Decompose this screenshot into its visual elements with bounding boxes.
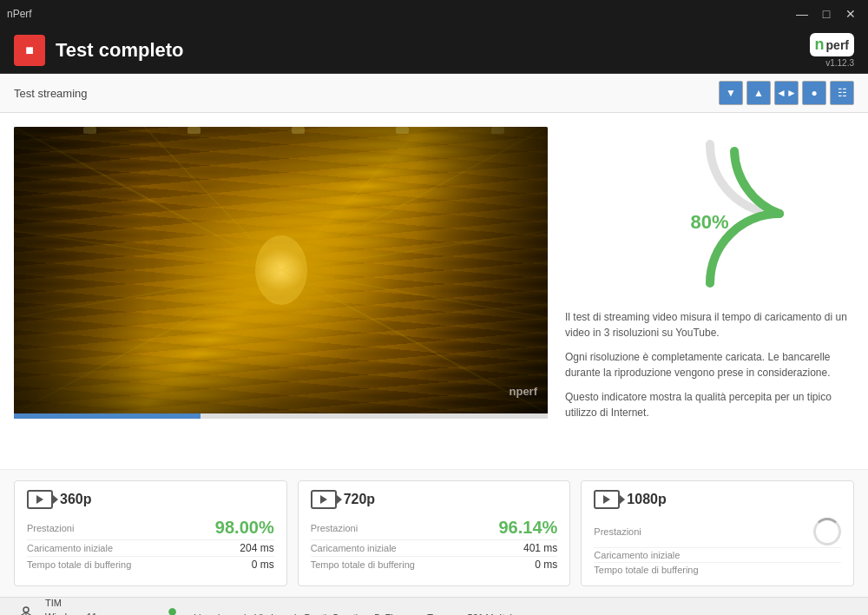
logo-box: n perf (810, 33, 854, 56)
video-icon-1080p (594, 490, 620, 509)
resolution-720p: 720p (344, 492, 375, 507)
perf-label-720p: Prestazioni (311, 523, 358, 533)
footer-os-version: Windows 11 (45, 611, 123, 615)
perf-label-360p: Prestazioni (27, 523, 74, 533)
app-title: nPerf (7, 8, 32, 20)
load-label-360p: Caricamento iniziale (27, 543, 113, 553)
buffer-label-1080p: Tempo totale di buffering (594, 565, 698, 575)
stat-card-720p: 720p Prestazioni 96.14% Caricamento iniz… (298, 480, 571, 586)
perf-value-360p: 98.00% (215, 518, 274, 538)
footer-network-info: TIM Windows 11 winnt / 10.0.22631 (45, 597, 123, 615)
header: ■ Test completo n perf v1.12.3 (0, 28, 868, 74)
load-row-1080p: Caricamento iniziale (594, 548, 841, 563)
video-placeholder: nperf (14, 127, 548, 413)
stat-card-360p: 360p Prestazioni 98.00% Caricamento iniz… (14, 480, 287, 586)
arrow-down-button[interactable]: ▼ (719, 81, 743, 105)
stat-card-1080p: 1080p Prestazioni Caricamento iniziale T… (581, 480, 854, 586)
nperf-logo: n perf v1.12.3 (810, 33, 854, 68)
stop-icon: ■ (25, 43, 34, 58)
resolution-360p: 360p (60, 492, 91, 507)
video-icon-360p (27, 490, 53, 509)
toolbar-icons: ▼ ▲ ◄► ● ☷ (719, 81, 854, 105)
title-bar-left: nPerf (7, 8, 32, 20)
load-value-360p: 204 ms (240, 542, 273, 554)
network-icon (14, 606, 38, 615)
buffer-value-360p: 0 ms (252, 559, 274, 571)
footer-network: TIM Windows 11 winnt / 10.0.22631 (14, 597, 123, 615)
close-button[interactable]: ✕ (840, 3, 861, 24)
right-panel: 80% Il test di streaming video misura il… (565, 127, 854, 455)
header-left: ■ Test completo (14, 35, 184, 66)
title-bar-controls: — □ ✕ (792, 3, 861, 24)
arrows-horizontal-button[interactable]: ◄► (774, 81, 799, 105)
gauge-container: 80% (632, 136, 788, 301)
load-row-720p: Caricamento iniziale 401 ms (311, 540, 558, 557)
card-header-360p: 360p (27, 490, 274, 509)
video-icon-720p (311, 490, 337, 509)
buffer-row-360p: Tempo totale di buffering 0 ms (27, 557, 274, 572)
buffer-row-1080p: Tempo totale di buffering (594, 563, 841, 577)
info-paragraph-3: Questo indicatore mostra la qualità perc… (565, 389, 854, 420)
load-value-720p: 401 ms (523, 542, 557, 554)
footer-pin-container: ● AUTO (158, 601, 187, 615)
loading-spinner-1080p (813, 518, 841, 546)
logo-version: v1.12.3 (825, 58, 854, 68)
buffer-label-360p: Tempo totale di buffering (27, 559, 131, 570)
video-container: nperf (14, 127, 548, 455)
footer-os-name: TIM (45, 597, 123, 610)
maximize-button[interactable]: □ (816, 3, 837, 24)
card-header-1080p: 1080p (594, 490, 841, 509)
tunnel-dark (14, 127, 548, 413)
perf-row-360p: Prestazioni 98.00% (27, 516, 274, 540)
resolution-1080p: 1080p (627, 492, 666, 507)
perf-row-1080p: Prestazioni (594, 516, 841, 548)
logo-n: n (815, 36, 825, 54)
toolbar-title: Test streaming (14, 87, 88, 100)
perf-label-1080p: Prestazioni (594, 526, 641, 537)
arrow-up-button[interactable]: ▲ (746, 81, 771, 105)
svg-point-18 (23, 607, 29, 612)
buffer-label-720p: Tempo totale di buffering (311, 559, 415, 570)
info-text: Il test di streaming video misura il tem… (565, 309, 854, 429)
play-icon-360p (36, 495, 43, 504)
video-watermark: nperf (510, 385, 538, 398)
info-paragraph-1: Il test di streaming video misura il tem… (565, 309, 854, 341)
toolbar: Test streaming ▼ ▲ ◄► ● ☷ (0, 74, 868, 113)
header-title: Test completo (56, 39, 184, 62)
video-progress-fill (14, 413, 201, 419)
play-icon-1080p (603, 495, 610, 504)
network-svg (14, 606, 38, 615)
play-icon-720p (320, 495, 327, 504)
perf-value-720p: 96.14% (499, 518, 558, 538)
location-pin-icon: ● (168, 601, 178, 615)
footer: TIM Windows 11 winnt / 10.0.22631 ● AUTO… (0, 597, 868, 615)
grid-button[interactable]: ☷ (830, 81, 854, 105)
load-label-1080p: Caricamento iniziale (594, 550, 680, 560)
footer-location-text: L'garden pub, Via Ignazio Danti, Quartie… (194, 612, 516, 616)
stats-section: 360p Prestazioni 98.00% Caricamento iniz… (0, 469, 868, 597)
buffer-value-720p: 0 ms (535, 559, 557, 571)
buffer-row-720p: Tempo totale di buffering 0 ms (311, 557, 558, 572)
perf-row-720p: Prestazioni 96.14% (311, 516, 558, 540)
info-paragraph-2: Ogni risoluzione è completamente caricat… (565, 349, 854, 380)
card-header-720p: 720p (311, 490, 558, 509)
main-content: nperf 80% Il test di streaming video mis… (0, 113, 868, 469)
load-row-360p: Caricamento iniziale 204 ms (27, 540, 274, 557)
logo-perf: perf (826, 38, 849, 52)
footer-location-item: ● AUTO L'garden pub, Via Ignazio Danti, … (158, 601, 517, 615)
globe-button[interactable]: ● (802, 81, 826, 105)
load-label-720p: Caricamento iniziale (311, 543, 397, 553)
gauge-percent: 80% (690, 211, 728, 234)
title-bar: nPerf — □ ✕ (0, 0, 868, 28)
minimize-button[interactable]: — (792, 3, 812, 24)
stop-button[interactable]: ■ (14, 35, 45, 66)
video-progress-bar (14, 413, 548, 419)
